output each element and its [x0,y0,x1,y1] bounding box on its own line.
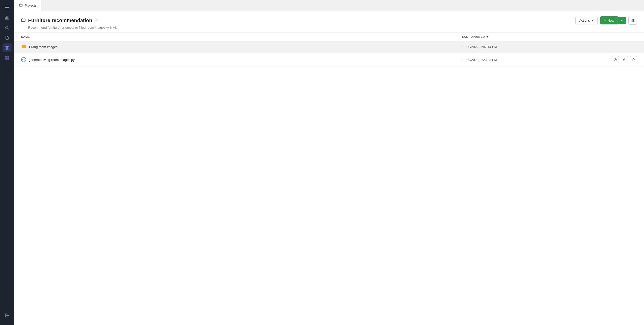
row-file-name: Living room images [29,45,58,49]
row-updated-value: 11/30/2022, 1:23:33 PM [462,58,497,62]
new-label: New [608,19,614,22]
svg-rect-11 [631,19,632,22]
project-title-left: Furniture recommendation ☆ [21,18,98,23]
row-name-cell: generate-living-room-images.py [14,53,455,66]
row-updated-cell: 11/30/2022, 1:23:33 PM [455,53,644,66]
new-button-dropdown[interactable]: ▼ [618,17,626,24]
content-area: Furniture recommendation ☆ Actions ▼ + N… [14,11,644,325]
new-dropdown-chevron-icon: ▼ [620,19,623,22]
refresh-button[interactable] [630,56,637,63]
table-body: Living room images 11/30/2022, 1:07:14 P… [14,41,644,66]
document-icon[interactable] [3,33,12,42]
tab-bar: Projects [14,0,644,11]
svg-rect-6 [5,58,7,60]
columns-button[interactable] [628,16,637,25]
project-actions: Actions ▼ + New ▼ [575,16,637,25]
row-updated-cell: 11/30/2022, 1:07:14 PM [455,41,644,53]
project-title: Furniture recommendation [28,18,92,23]
new-button-group: + New ▼ [600,16,626,24]
main-area: Projects Furniture recommendation ☆ [14,0,644,325]
col-updated-header[interactable]: LAST UPDATED ▼ [455,33,512,41]
actions-chevron-icon: ▼ [591,19,594,22]
svg-rect-9 [19,4,22,6]
trash-icon [623,58,626,61]
logout-icon[interactable] [3,311,12,320]
row-file-name: generate-living-room-images.py [29,58,75,62]
row-updated-value: 11/30/2022, 1:07:14 PM [462,45,497,49]
file-row-name: generate-living-room-images.py [21,57,448,62]
menu-icon[interactable] [3,3,12,12]
run-button[interactable] [612,56,619,63]
project-title-row: Furniture recommendation ☆ Actions ▼ + N… [21,16,637,25]
search-icon[interactable] [3,23,12,32]
svg-rect-7 [8,58,9,60]
table-header: NAME LAST UPDATED ▼ [14,33,644,41]
project-header-icon [21,18,26,23]
svg-rect-10 [22,19,25,22]
grid-icon[interactable] [3,53,12,62]
svg-rect-13 [633,19,634,22]
new-button-main[interactable]: + New [600,16,618,24]
folder-icon [21,44,27,50]
table-row[interactable]: generate-living-room-images.py 11/30/202… [14,53,644,66]
code-file-icon [21,57,26,62]
actions-button[interactable]: Actions ▼ [575,17,598,24]
row-name-cell: Living room images [14,41,455,53]
svg-rect-1 [5,7,9,8]
sort-icon: ▼ [486,35,489,38]
projects-tab-icon [19,3,23,8]
table-row[interactable]: Living room images 11/30/2022, 1:07:14 P… [14,41,644,53]
projects-tab[interactable]: Projects [14,0,42,11]
project-description: Recommend furniture for empty or filled … [28,26,637,29]
refresh-icon [632,58,635,61]
svg-rect-2 [5,9,9,9]
new-plus-icon: + [604,18,606,23]
run-icon [614,58,617,61]
col-name-header: NAME [14,33,455,41]
columns-icon [631,18,635,22]
project-header: Furniture recommendation ☆ Actions ▼ + N… [14,11,644,33]
file-row-name: Living room images [21,44,448,50]
file-table: NAME LAST UPDATED ▼ [14,33,644,66]
svg-rect-12 [632,19,633,22]
home-icon[interactable] [3,13,12,22]
projects-tab-label: Projects [25,4,36,7]
svg-marker-15 [615,59,616,60]
svg-rect-0 [5,6,9,6]
favorite-star-icon[interactable]: ☆ [95,18,98,23]
delete-button[interactable] [621,56,628,63]
cube-icon[interactable] [3,43,12,52]
sidebar [0,0,14,325]
actions-label: Actions [579,19,590,22]
svg-rect-5 [8,56,9,57]
row-actions [612,56,637,63]
svg-rect-4 [5,56,7,57]
